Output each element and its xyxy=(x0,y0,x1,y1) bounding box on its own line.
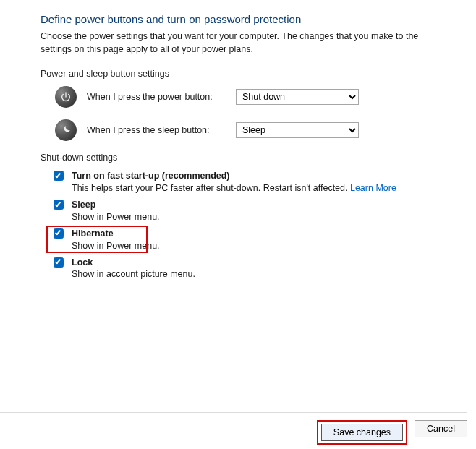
divider xyxy=(175,74,456,74)
fast-startup-checkbox[interactable] xyxy=(54,171,64,181)
learn-more-link[interactable]: Learn More xyxy=(350,183,396,193)
fast-startup-desc: This helps start your PC faster after sh… xyxy=(72,183,350,193)
divider xyxy=(123,158,456,158)
moon-icon xyxy=(55,119,77,141)
hibernate-checkbox[interactable] xyxy=(54,228,64,239)
power-button-label: When I press the power button: xyxy=(87,92,226,102)
power-button-row: When I press the power button: Shut down xyxy=(55,86,456,108)
hibernate-desc: Show in Power menu. xyxy=(72,240,160,252)
lock-desc: Show in account picture menu. xyxy=(72,268,195,281)
page-description: Choose the power settings that you want … xyxy=(41,30,446,56)
highlight-save: Save changes xyxy=(317,420,407,445)
hibernate-title: Hibernate xyxy=(72,228,114,239)
setting-fast-startup: Turn on fast start-up (recommended) This… xyxy=(51,170,456,194)
section-shutdown-label: Shut-down settings xyxy=(41,153,117,163)
section-shutdown: Shut-down settings xyxy=(41,153,456,163)
sleep-button-row: When I press the sleep button: Sleep xyxy=(55,119,456,141)
fast-startup-title: Turn on fast start-up (recommended) xyxy=(72,171,230,181)
sleep-checkbox[interactable] xyxy=(54,200,64,210)
power-icon xyxy=(55,86,77,108)
lock-title: Lock xyxy=(72,257,93,268)
cancel-button[interactable]: Cancel xyxy=(415,420,467,437)
section-power-sleep: Power and sleep button settings xyxy=(41,69,456,79)
section-power-sleep-label: Power and sleep button settings xyxy=(41,69,169,79)
sleep-button-select[interactable]: Sleep xyxy=(236,122,359,138)
lock-checkbox[interactable] xyxy=(54,257,64,268)
save-button[interactable]: Save changes xyxy=(321,424,403,441)
setting-hibernate: Hibernate Show in Power menu. xyxy=(51,228,456,252)
setting-sleep: Sleep Show in Power menu. xyxy=(51,199,456,223)
sleep-title: Sleep xyxy=(72,200,95,210)
setting-lock: Lock Show in account picture menu. xyxy=(51,257,456,281)
sleep-desc: Show in Power menu. xyxy=(72,211,160,223)
sleep-button-label: When I press the sleep button: xyxy=(87,125,226,135)
footer: Save changes Cancel xyxy=(0,412,467,445)
power-button-select[interactable]: Shut down xyxy=(236,89,359,105)
page-title: Define power buttons and turn on passwor… xyxy=(41,13,456,25)
